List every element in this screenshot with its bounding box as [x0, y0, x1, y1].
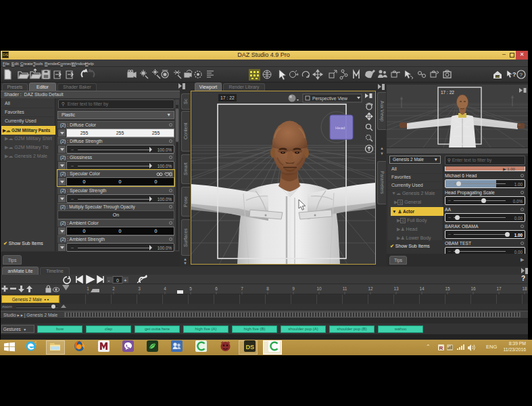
svg-text:11: 11 — [343, 286, 347, 291]
svg-text:2: 2 — [112, 286, 115, 291]
svg-text:1: 1 — [87, 286, 89, 291]
svg-text:6: 6 — [215, 286, 218, 291]
svg-text:17 : 22: 17 : 22 — [441, 90, 454, 95]
svg-text:9: 9 — [292, 286, 295, 291]
svg-text:8: 8 — [266, 286, 269, 291]
svg-text:10: 10 — [316, 286, 322, 291]
svg-text:3: 3 — [138, 286, 141, 291]
svg-text:0: 0 — [116, 278, 119, 283]
svg-text:R: R — [439, 345, 443, 351]
svg-text:12: 12 — [368, 286, 373, 291]
svg-text:+: + — [124, 277, 127, 284]
svg-text:16: 16 — [470, 286, 476, 291]
svg-text:15: 15 — [445, 286, 450, 291]
svg-text:5: 5 — [189, 286, 192, 291]
svg-text:4: 4 — [164, 286, 166, 291]
svg-text:DS: DS — [496, 75, 500, 78]
svg-text:18: 18 — [522, 286, 527, 291]
svg-text:DS: DS — [246, 344, 255, 351]
svg-text:17: 17 — [496, 286, 502, 291]
svg-text:14: 14 — [419, 286, 425, 291]
svg-text:7: 7 — [241, 286, 243, 291]
svg-text:13: 13 — [393, 286, 399, 291]
svg-text:-: - — [108, 277, 110, 284]
svg-text:?: ? — [512, 71, 516, 78]
svg-text:?: ? — [520, 72, 523, 78]
